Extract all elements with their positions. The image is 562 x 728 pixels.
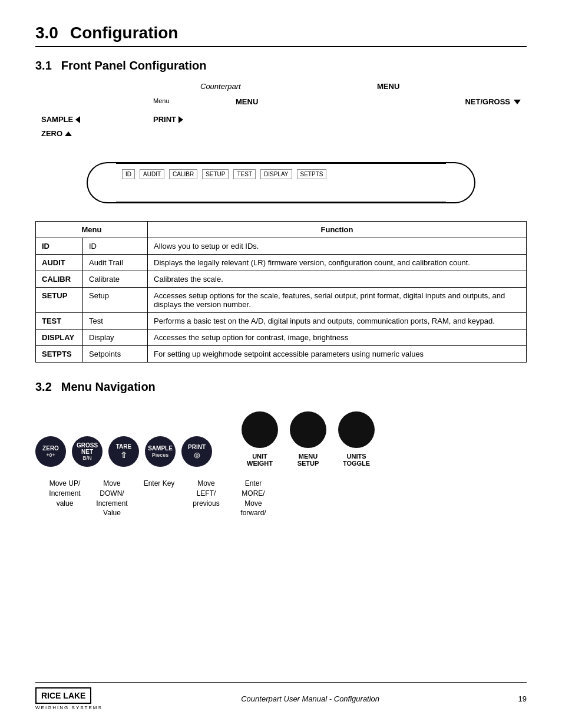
menu-setup-button[interactable] xyxy=(290,411,326,448)
footer-page-num: 19 xyxy=(518,694,527,703)
menu-box: ID AUDIT CALIBR SETUP TEST DISPLAY SETPT… xyxy=(116,162,446,203)
move-labels-row: Move UP/ Increment value Move DOWN/ Incr… xyxy=(35,479,527,518)
arc-left xyxy=(87,162,116,203)
unit-weight-label: UNIT WEIGHT xyxy=(247,453,273,467)
table-cell-abbr: SETPTS xyxy=(36,346,83,363)
table-cell-abbr: AUDIT xyxy=(36,255,83,271)
table-cell-name: Setpoints xyxy=(83,346,148,363)
move-down-label: Move DOWN/ Increment Value xyxy=(88,479,135,518)
units-toggle-label: UNITS TOGGLE xyxy=(343,453,370,467)
footer: RICE LAKE WEIGHING SYSTEMS Counterpart U… xyxy=(35,682,527,710)
table-cell-function: Calibrates the scale. xyxy=(148,271,527,288)
main-section-title: Configuration xyxy=(70,24,178,42)
subsection-32-title: 3.2Menu Navigation xyxy=(35,380,527,394)
menu-setup-key-group: MENU SETUP xyxy=(290,411,326,467)
table-cell-abbr: CALIBR xyxy=(36,271,83,288)
unit-weight-button[interactable] xyxy=(242,411,278,448)
table-cell-name: Test xyxy=(83,313,148,330)
table-cell-name: Calibrate xyxy=(83,271,148,288)
table-cell-name: Audit Trail xyxy=(83,255,148,271)
table-cell-name: Setup xyxy=(83,288,148,313)
table-row: ID ID Allows you to setup or edit IDs. xyxy=(36,238,527,255)
menu-item-display: DISPLAY xyxy=(260,169,292,179)
table-cell-abbr: DISPLAY xyxy=(36,330,83,346)
menu-top-label: MENU xyxy=(377,82,399,91)
menu-big-label: MENU xyxy=(236,97,258,106)
table-cell-name: Display xyxy=(83,330,148,346)
print-key-group: PRINT ◎ xyxy=(181,436,212,467)
table-row: DISPLAY Display Accesses the setup optio… xyxy=(36,330,527,346)
print-label: PRINT xyxy=(153,115,183,124)
menu-function-table: Menu Function ID ID Allows you to setup … xyxy=(35,221,527,363)
footer-center-text: Counterpart User Manual - Configuration xyxy=(241,694,379,703)
menu-item-audit: AUDIT xyxy=(140,169,164,179)
menu-small-label: Menu xyxy=(153,97,170,104)
table-row: SETUP Setup Accesses setup options for t… xyxy=(36,288,527,313)
table-header-function: Function xyxy=(148,222,527,238)
menu-item-setup: SETUP xyxy=(202,169,229,179)
table-header-menu: Menu xyxy=(36,222,148,238)
triangle-down-icon xyxy=(514,100,521,104)
table-row: SETPTS Setpoints For setting up weighmod… xyxy=(36,346,527,363)
table-cell-name: ID xyxy=(83,238,148,255)
footer-logo: RICE LAKE WEIGHING SYSTEMS xyxy=(35,687,103,710)
menu-item-id: ID xyxy=(122,169,135,179)
table-cell-function: Accesses the setup option for contrast, … xyxy=(148,330,527,346)
table-row: AUDIT Audit Trail Displays the legally r… xyxy=(36,255,527,271)
table-cell-abbr: SETUP xyxy=(36,288,83,313)
arc-right xyxy=(446,162,475,203)
triangle-left-icon xyxy=(75,116,80,123)
menu-setup-label: MENU SETUP xyxy=(297,453,319,467)
sample-label: SAMPLE xyxy=(41,115,80,124)
table-cell-abbr: ID xyxy=(36,238,83,255)
zero-key-group: ZERO +0+ xyxy=(35,436,66,467)
table-cell-function: Performs a basic test on the A/D, digita… xyxy=(148,313,527,330)
triangle-right-icon xyxy=(178,116,183,123)
menu-item-test: TEST xyxy=(233,169,256,179)
tare-key-group: TARE ⇧ xyxy=(108,436,139,467)
table-cell-function: Allows you to setup or edit IDs. xyxy=(148,238,527,255)
units-toggle-key-group: UNITS TOGGLE xyxy=(338,411,375,467)
table-cell-function: Displays the legally relevant (LR) firmw… xyxy=(148,255,527,271)
main-section-header: 3.0 Configuration xyxy=(35,24,527,47)
counterpart-label: Counterpart xyxy=(200,82,241,91)
table-cell-function: Accesses setup options for the scale, fe… xyxy=(148,288,527,313)
sample-key-group: SAMPLE Pieces xyxy=(145,436,176,467)
table-row: CALIBR Calibrate Calibrates the scale. xyxy=(36,271,527,288)
table-row: TEST Test Performs a basic test on the A… xyxy=(36,313,527,330)
logo-sub: WEIGHING SYSTEMS xyxy=(35,705,103,710)
gross-net-button[interactable]: GROSS NET B/N xyxy=(72,436,103,467)
sample-button[interactable]: SAMPLE Pieces xyxy=(145,436,176,467)
logo-box: RICE LAKE xyxy=(35,687,91,704)
enter-key-label: Enter Key xyxy=(135,479,183,489)
main-section-num: 3.0 xyxy=(35,24,58,42)
unit-weight-key-group: UNIT WEIGHT xyxy=(242,411,278,467)
table-cell-function: For setting up weighmode setpoint access… xyxy=(148,346,527,363)
gross-net-key-group: GROSS NET B/N xyxy=(72,436,103,467)
triangle-up-icon xyxy=(65,131,72,136)
subsection-31-title: 3.1Front Panel Configuration xyxy=(35,59,527,73)
section-32: 3.2Menu Navigation ZERO +0+ GROSS NET B/… xyxy=(35,380,527,518)
units-toggle-button[interactable] xyxy=(338,411,375,448)
menu-item-calibr: CALIBR xyxy=(169,169,197,179)
move-left-label: Move LEFT/ previous xyxy=(183,479,230,508)
move-up-label: Move UP/ Increment value xyxy=(41,479,88,508)
section-31: 3.1Front Panel Configuration Counterpart… xyxy=(35,59,527,209)
button-group: ZERO +0+ GROSS NET B/N TARE ⇧ xyxy=(35,411,527,467)
zero-button[interactable]: ZERO +0+ xyxy=(35,436,66,467)
menu-diagram: ID AUDIT CALIBR SETUP TEST DISPLAY SETPT… xyxy=(35,156,527,209)
print-button[interactable]: PRINT ◎ xyxy=(181,436,212,467)
enter-more-label: Enter MORE/ Move forward/ xyxy=(230,479,277,518)
menu-item-setpts: SETPTS xyxy=(297,169,327,179)
net-gross-label: NET/GROSS xyxy=(465,97,521,106)
table-cell-abbr: TEST xyxy=(36,313,83,330)
tare-button[interactable]: TARE ⇧ xyxy=(108,436,139,467)
zero-label: ZERO xyxy=(41,129,72,138)
